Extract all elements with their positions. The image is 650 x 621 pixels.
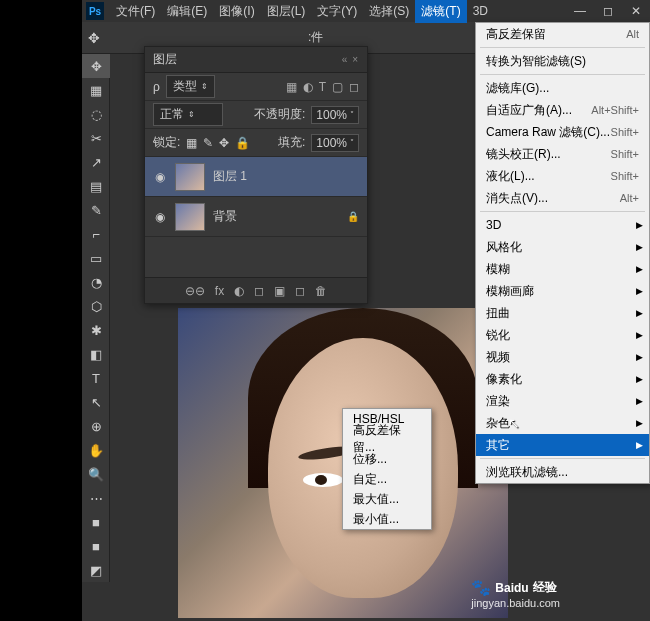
tool-frame[interactable]: ▤: [82, 174, 110, 198]
layer-row[interactable]: ◉ 图层 1: [145, 157, 367, 197]
menu-filter[interactable]: 滤镜(T): [415, 0, 466, 23]
filter-type-dropdown[interactable]: 类型 ⇕: [166, 75, 215, 98]
tool-clone[interactable]: ⌐: [82, 222, 110, 246]
fill-value: 100%: [316, 136, 347, 150]
tool-zoom[interactable]: 🔍: [82, 462, 110, 486]
panel-footer: ⊖⊖ fx ◐ ◻ ▣ ◻ 🗑: [145, 277, 367, 303]
menu-file[interactable]: 文件(F): [110, 0, 161, 23]
filter-adaptive-wide[interactable]: 自适应广角(A)...Alt+Shift+: [476, 99, 649, 121]
visibility-icon[interactable]: ◉: [153, 170, 167, 184]
lock-move-icon[interactable]: ✥: [219, 136, 229, 150]
fx-icon[interactable]: fx: [215, 284, 224, 298]
quickmask-toggle[interactable]: ◩: [82, 558, 110, 582]
watermark-suffix: 经验: [533, 579, 557, 596]
filter-blur[interactable]: 模糊▶: [476, 258, 649, 280]
panel-title: 图层: [153, 51, 177, 68]
tool-hand[interactable]: ✋: [82, 438, 110, 462]
tool-path[interactable]: ↖: [82, 390, 110, 414]
opacity-label: 不透明度:: [254, 106, 305, 123]
blend-mode-dropdown[interactable]: 正常 ⇕: [153, 103, 223, 126]
close-button[interactable]: ✕: [622, 0, 650, 22]
filter-sharpen[interactable]: 锐化▶: [476, 324, 649, 346]
layer-row[interactable]: ◉ 背景 🔒: [145, 197, 367, 237]
chevron-down-icon: ⇕: [201, 82, 208, 91]
filter-gallery[interactable]: 滤镜库(G)...: [476, 77, 649, 99]
menu-layer[interactable]: 图层(L): [261, 0, 312, 23]
tool-crop[interactable]: ✂: [82, 126, 110, 150]
filter-type-label: 类型: [173, 78, 197, 95]
tool-move[interactable]: ✥: [82, 54, 110, 78]
filter-last[interactable]: 高反差保留Alt: [476, 23, 649, 45]
minimize-button[interactable]: ―: [566, 0, 594, 22]
filter-vanishing[interactable]: 消失点(V)...Alt+: [476, 187, 649, 209]
tool-lasso[interactable]: ◌: [82, 102, 110, 126]
filter-pixelate[interactable]: 像素化▶: [476, 368, 649, 390]
tool-dodge[interactable]: ✱: [82, 318, 110, 342]
menu-image[interactable]: 图像(I): [213, 0, 260, 23]
layer-name[interactable]: 图层 1: [213, 168, 247, 185]
tool-marquee[interactable]: ▦: [82, 78, 110, 102]
blend-row: 正常 ⇕ 不透明度: 100% ˅: [145, 101, 367, 129]
opacity-input[interactable]: 100% ˅: [311, 106, 359, 124]
filter-camera-raw[interactable]: Camera Raw 滤镜(C)...Shift+: [476, 121, 649, 143]
tool-eraser[interactable]: ▭: [82, 246, 110, 270]
layer-name[interactable]: 背景: [213, 208, 237, 225]
watermark-brand: Baidu: [495, 581, 528, 595]
lock-pixels-icon[interactable]: ▦: [186, 136, 197, 150]
filter-smart-convert[interactable]: 转换为智能滤镜(S): [476, 50, 649, 72]
filter-icons: ▦ ◐ T ▢ ◻: [286, 80, 359, 94]
tool-eyedropper[interactable]: ↗: [82, 150, 110, 174]
layer-thumbnail[interactable]: [175, 163, 205, 191]
submenu-custom[interactable]: 自定...: [343, 469, 431, 489]
submenu-maximum[interactable]: 最大值...: [343, 489, 431, 509]
trash-icon[interactable]: 🗑: [315, 284, 327, 298]
filter-adjust-icon[interactable]: ◐: [303, 80, 313, 94]
menu-3d[interactable]: 3D: [467, 1, 494, 21]
filter-video[interactable]: 视频▶: [476, 346, 649, 368]
filter-liquify[interactable]: 液化(L)...Shift+: [476, 165, 649, 187]
panel-header[interactable]: 图层 « ×: [145, 47, 367, 73]
tool-brush[interactable]: ✎: [82, 198, 110, 222]
background-color[interactable]: ■: [82, 534, 110, 558]
layer-thumbnail[interactable]: [175, 203, 205, 231]
link-layers-icon[interactable]: ⊖⊖: [185, 284, 205, 298]
submenu-highpass[interactable]: 高反差保留...: [343, 429, 431, 449]
menu-edit[interactable]: 编辑(E): [161, 0, 213, 23]
adjustment-icon[interactable]: ◻: [254, 284, 264, 298]
filter-text-icon[interactable]: T: [319, 80, 326, 94]
group-icon[interactable]: ▣: [274, 284, 285, 298]
new-layer-icon[interactable]: ◻: [295, 284, 305, 298]
filter-render[interactable]: 渲染▶: [476, 390, 649, 412]
lock-all-icon[interactable]: 🔒: [235, 136, 250, 150]
submenu-minimum[interactable]: 最小值...: [343, 509, 431, 529]
menu-select[interactable]: 选择(S): [363, 0, 415, 23]
filter-blur-gallery[interactable]: 模糊画廊▶: [476, 280, 649, 302]
tool-type[interactable]: T: [82, 366, 110, 390]
plugin-label: :件: [308, 29, 323, 46]
tool-shape[interactable]: ⊕: [82, 414, 110, 438]
filter-smart-icon[interactable]: ◻: [349, 80, 359, 94]
menu-type[interactable]: 文字(Y): [311, 0, 363, 23]
filter-stylize[interactable]: 风格化▶: [476, 236, 649, 258]
filter-shape-icon[interactable]: ▢: [332, 80, 343, 94]
maximize-button[interactable]: ◻: [594, 0, 622, 22]
filter-pixel-icon[interactable]: ▦: [286, 80, 297, 94]
lock-position-icon[interactable]: ✎: [203, 136, 213, 150]
tool-more[interactable]: ⋯: [82, 486, 110, 510]
fill-input[interactable]: 100% ˅: [311, 134, 359, 152]
chevron-down-icon: ˅: [350, 138, 354, 147]
filter-noise[interactable]: 杂色▶: [476, 412, 649, 434]
window-controls: ― ◻ ✕: [566, 0, 650, 22]
filter-lens-correction[interactable]: 镜头校正(R)...Shift+: [476, 143, 649, 165]
foreground-color[interactable]: ■: [82, 510, 110, 534]
panel-pin-close[interactable]: « ×: [342, 54, 359, 65]
filter-3d[interactable]: 3D▶: [476, 214, 649, 236]
visibility-icon[interactable]: ◉: [153, 210, 167, 224]
tool-pen[interactable]: ◧: [82, 342, 110, 366]
filter-browse-online[interactable]: 浏览联机滤镜...: [476, 461, 649, 483]
mask-icon[interactable]: ◐: [234, 284, 244, 298]
filter-other[interactable]: 其它▶: [476, 434, 649, 456]
tool-blur[interactable]: ⬡: [82, 294, 110, 318]
filter-distort[interactable]: 扭曲▶: [476, 302, 649, 324]
tool-gradient[interactable]: ◔: [82, 270, 110, 294]
